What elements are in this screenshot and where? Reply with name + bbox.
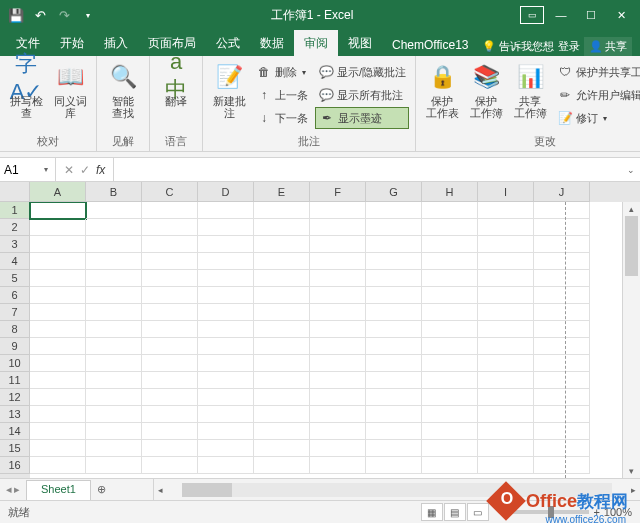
cell-B3[interactable]	[86, 236, 142, 253]
ribbon-options-icon[interactable]: ▭	[520, 6, 544, 24]
cell-E2[interactable]	[254, 219, 310, 236]
formula-input[interactable]	[114, 163, 622, 177]
cell-C13[interactable]	[142, 406, 198, 423]
cell-I13[interactable]	[478, 406, 534, 423]
add-sheet-button[interactable]: ⊕	[91, 479, 113, 500]
cell-A1[interactable]	[30, 202, 86, 219]
cell-J4[interactable]	[534, 253, 590, 270]
protect-workbook-button[interactable]: 📚 保护 工作簿	[466, 59, 506, 132]
cell-J13[interactable]	[534, 406, 590, 423]
tab-formulas[interactable]: 公式	[206, 30, 250, 56]
sheet-tab-1[interactable]: Sheet1	[26, 480, 91, 500]
cell-D1[interactable]	[198, 202, 254, 219]
tell-me[interactable]: 💡告诉我您想	[482, 39, 554, 54]
confirm-icon[interactable]: ✓	[80, 163, 90, 177]
scroll-down-icon[interactable]: ▾	[623, 464, 640, 478]
cell-J6[interactable]	[534, 287, 590, 304]
cells-area[interactable]	[30, 202, 622, 478]
cell-B15[interactable]	[86, 440, 142, 457]
cell-C4[interactable]	[142, 253, 198, 270]
sheet-prev-icon[interactable]: ◂	[6, 483, 12, 496]
cell-C11[interactable]	[142, 372, 198, 389]
cell-F6[interactable]	[310, 287, 366, 304]
row-header-9[interactable]: 9	[0, 338, 30, 355]
cell-D4[interactable]	[198, 253, 254, 270]
cell-B6[interactable]	[86, 287, 142, 304]
cell-I4[interactable]	[478, 253, 534, 270]
cell-D6[interactable]	[198, 287, 254, 304]
cell-G15[interactable]	[366, 440, 422, 457]
thesaurus-button[interactable]: 📖 同义词库	[50, 59, 90, 132]
cell-B2[interactable]	[86, 219, 142, 236]
select-all-corner[interactable]	[0, 182, 30, 202]
show-ink-button[interactable]: ✒显示墨迹	[315, 107, 409, 129]
cell-I3[interactable]	[478, 236, 534, 253]
protect-sheet-button[interactable]: 🔒 保护 工作表	[422, 59, 462, 132]
cell-A4[interactable]	[30, 253, 86, 270]
cell-E7[interactable]	[254, 304, 310, 321]
formula-expand-icon[interactable]: ⌄	[622, 165, 640, 175]
cell-H5[interactable]	[422, 270, 478, 287]
cell-E13[interactable]	[254, 406, 310, 423]
cell-C1[interactable]	[142, 202, 198, 219]
cell-H2[interactable]	[422, 219, 478, 236]
row-header-15[interactable]: 15	[0, 440, 30, 457]
cell-H15[interactable]	[422, 440, 478, 457]
cell-F8[interactable]	[310, 321, 366, 338]
tab-home[interactable]: 开始	[50, 30, 94, 56]
cell-G2[interactable]	[366, 219, 422, 236]
cell-I11[interactable]	[478, 372, 534, 389]
cell-I16[interactable]	[478, 457, 534, 474]
cell-D12[interactable]	[198, 389, 254, 406]
col-header-C[interactable]: C	[142, 182, 198, 202]
cell-A8[interactable]	[30, 321, 86, 338]
tab-review[interactable]: 审阅	[294, 30, 338, 56]
undo-icon[interactable]: ↶	[32, 7, 48, 23]
cell-H4[interactable]	[422, 253, 478, 270]
cell-J15[interactable]	[534, 440, 590, 457]
cell-E1[interactable]	[254, 202, 310, 219]
cell-J12[interactable]	[534, 389, 590, 406]
cell-I8[interactable]	[478, 321, 534, 338]
cell-G11[interactable]	[366, 372, 422, 389]
cell-F7[interactable]	[310, 304, 366, 321]
cell-B1[interactable]	[86, 202, 142, 219]
cell-C5[interactable]	[142, 270, 198, 287]
tab-view[interactable]: 视图	[338, 30, 382, 56]
showall-comments-button[interactable]: 💬显示所有批注	[315, 84, 409, 106]
cell-I1[interactable]	[478, 202, 534, 219]
cell-H11[interactable]	[422, 372, 478, 389]
view-normal-button[interactable]: ▦	[421, 503, 443, 521]
cell-D14[interactable]	[198, 423, 254, 440]
cell-C10[interactable]	[142, 355, 198, 372]
cell-C8[interactable]	[142, 321, 198, 338]
maximize-icon[interactable]: ☐	[578, 4, 604, 26]
cell-G8[interactable]	[366, 321, 422, 338]
cell-A10[interactable]	[30, 355, 86, 372]
cell-F5[interactable]	[310, 270, 366, 287]
row-header-7[interactable]: 7	[0, 304, 30, 321]
col-header-H[interactable]: H	[422, 182, 478, 202]
cell-G13[interactable]	[366, 406, 422, 423]
tab-chemoffice[interactable]: ChemOffice13	[382, 33, 478, 56]
cell-J3[interactable]	[534, 236, 590, 253]
row-header-8[interactable]: 8	[0, 321, 30, 338]
view-pagelayout-button[interactable]: ▤	[444, 503, 466, 521]
cell-E15[interactable]	[254, 440, 310, 457]
cell-I5[interactable]	[478, 270, 534, 287]
vertical-scrollbar[interactable]: ▴ ▾	[622, 202, 640, 478]
cell-A12[interactable]	[30, 389, 86, 406]
cell-J5[interactable]	[534, 270, 590, 287]
cell-G10[interactable]	[366, 355, 422, 372]
cell-G6[interactable]	[366, 287, 422, 304]
cell-A11[interactable]	[30, 372, 86, 389]
cell-D15[interactable]	[198, 440, 254, 457]
cell-H3[interactable]	[422, 236, 478, 253]
sheet-nav[interactable]: ◂ ▸	[0, 479, 26, 500]
cell-J14[interactable]	[534, 423, 590, 440]
next-comment-button[interactable]: ↓下一条	[253, 107, 311, 129]
row-header-14[interactable]: 14	[0, 423, 30, 440]
cell-A2[interactable]	[30, 219, 86, 236]
cell-H16[interactable]	[422, 457, 478, 474]
cell-D3[interactable]	[198, 236, 254, 253]
